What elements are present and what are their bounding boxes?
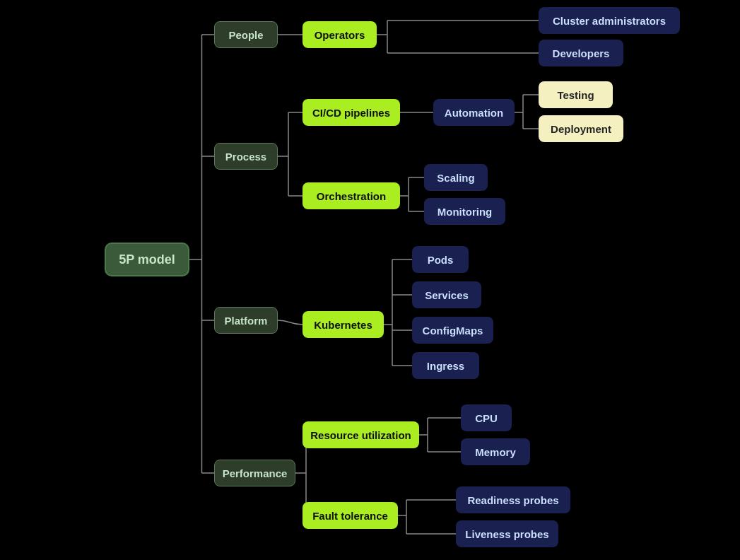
monitoring-label: Monitoring — [437, 206, 492, 218]
memory-node: Memory — [461, 438, 530, 465]
developers-label: Developers — [553, 47, 610, 59]
memory-label: Memory — [475, 446, 516, 458]
platform-label: Platform — [225, 315, 268, 327]
scaling-label: Scaling — [437, 172, 474, 184]
platform-node: Platform — [214, 307, 278, 334]
services-node: Services — [412, 281, 481, 308]
scaling-node: Scaling — [424, 164, 488, 191]
monitoring-node: Monitoring — [424, 198, 505, 225]
fault-label: Fault tolerance — [312, 510, 388, 522]
cpu-node: CPU — [461, 404, 512, 431]
developers-node: Developers — [539, 40, 623, 66]
liveness-node: Liveness probes — [456, 520, 558, 547]
kubernetes-node: Kubernetes — [303, 311, 384, 338]
liveness-label: Liveness probes — [465, 528, 548, 540]
automation-label: Automation — [445, 107, 503, 119]
root-node: 5P model — [105, 243, 189, 276]
deployment-node: Deployment — [539, 115, 623, 142]
configmaps-label: ConfigMaps — [423, 325, 483, 337]
services-label: Services — [425, 289, 469, 301]
operators-node: Operators — [303, 21, 377, 48]
ingress-node: Ingress — [412, 352, 479, 379]
testing-label: Testing — [557, 89, 594, 101]
cpu-label: CPU — [475, 412, 498, 424]
cluster-admin-label: Cluster administrators — [553, 15, 666, 27]
deployment-label: Deployment — [551, 123, 611, 135]
cicd-label: CI/CD pipelines — [312, 107, 390, 119]
orchestration-node: Orchestration — [303, 182, 400, 209]
process-label: Process — [225, 151, 266, 163]
resource-node: Resource utilization — [303, 421, 419, 448]
performance-node: Performance — [214, 460, 295, 486]
performance-label: Performance — [223, 467, 288, 479]
process-node: Process — [214, 143, 278, 170]
readiness-label: Readiness probes — [467, 494, 558, 506]
ingress-label: Ingress — [427, 360, 464, 372]
orchestration-label: Orchestration — [317, 190, 386, 202]
cluster-admin-node: Cluster administrators — [539, 7, 680, 34]
cicd-node: CI/CD pipelines — [303, 99, 400, 126]
operators-label: Operators — [315, 29, 365, 41]
people-label: People — [228, 29, 263, 41]
root-label: 5P model — [119, 252, 175, 267]
testing-node: Testing — [539, 81, 613, 108]
pods-node: Pods — [412, 246, 469, 273]
readiness-node: Readiness probes — [456, 486, 570, 513]
fault-node: Fault tolerance — [303, 502, 398, 529]
configmaps-node: ConfigMaps — [412, 317, 493, 344]
automation-node: Automation — [433, 99, 515, 126]
kubernetes-label: Kubernetes — [314, 319, 372, 331]
pods-label: Pods — [428, 254, 454, 266]
resource-label: Resource utilization — [310, 429, 411, 441]
people-node: People — [214, 21, 278, 48]
